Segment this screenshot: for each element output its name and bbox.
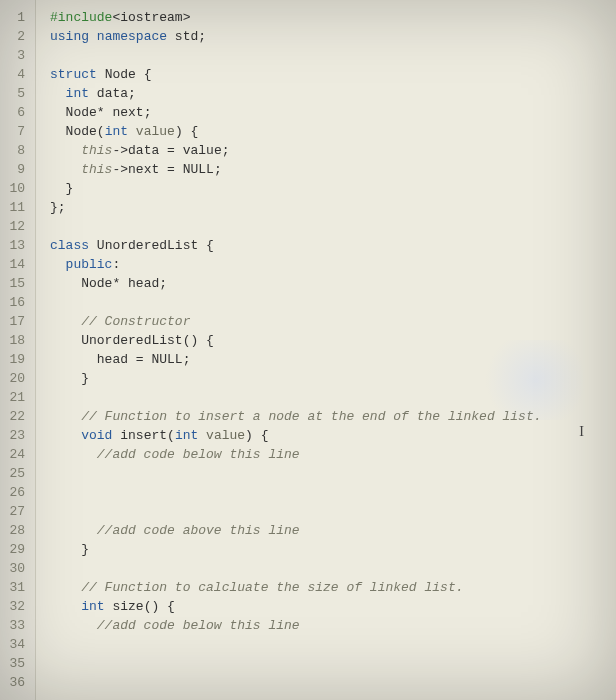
code-token: value xyxy=(183,143,222,158)
code-line[interactable] xyxy=(50,293,616,312)
line-number-gutter: 1234567891011121314151617181920212223242… xyxy=(0,0,36,700)
code-token xyxy=(50,314,81,329)
code-token xyxy=(128,124,136,139)
code-line[interactable]: this->data = value; xyxy=(50,141,616,160)
line-number: 3 xyxy=(8,46,25,65)
code-line[interactable] xyxy=(50,559,616,578)
code-token: namespace xyxy=(97,29,167,44)
code-line[interactable]: }; xyxy=(50,198,616,217)
code-line[interactable]: int size() { xyxy=(50,597,616,616)
code-line[interactable]: Node* next; xyxy=(50,103,616,122)
line-number: 1 xyxy=(8,8,25,27)
code-token: this xyxy=(81,162,112,177)
code-line[interactable]: //add code above this line xyxy=(50,521,616,540)
code-line[interactable] xyxy=(50,483,616,502)
code-line[interactable]: } xyxy=(50,540,616,559)
line-number: 36 xyxy=(8,673,25,692)
code-line[interactable]: } xyxy=(50,179,616,198)
code-token: * xyxy=(97,105,105,120)
text-cursor-icon: I xyxy=(579,424,584,440)
code-line[interactable]: Node(int value) { xyxy=(50,122,616,141)
code-token: next xyxy=(112,105,143,120)
code-token: this xyxy=(81,143,112,158)
code-line[interactable]: //add code below this line xyxy=(50,616,616,635)
code-token: value xyxy=(136,124,175,139)
code-line[interactable]: int data; xyxy=(50,84,616,103)
code-line[interactable] xyxy=(50,388,616,407)
line-number: 12 xyxy=(8,217,25,236)
line-number: 19 xyxy=(8,350,25,369)
code-token: : xyxy=(112,257,120,272)
code-line[interactable]: // Function to insert a node at the end … xyxy=(50,407,616,426)
line-number: 27 xyxy=(8,502,25,521)
code-line[interactable]: this->next = NULL; xyxy=(50,160,616,179)
code-token xyxy=(50,523,97,538)
line-number: 23 xyxy=(8,426,25,445)
line-number: 5 xyxy=(8,84,25,103)
code-line[interactable]: using namespace std; xyxy=(50,27,616,46)
code-token: } xyxy=(81,542,89,557)
code-line[interactable]: //add code below this line xyxy=(50,445,616,464)
line-number: 32 xyxy=(8,597,25,616)
code-line[interactable] xyxy=(50,635,616,654)
code-token xyxy=(183,124,191,139)
line-number: 20 xyxy=(8,369,25,388)
code-token: data xyxy=(97,86,128,101)
code-token: size xyxy=(112,599,143,614)
line-number: 34 xyxy=(8,635,25,654)
line-number: 18 xyxy=(8,331,25,350)
line-number: 13 xyxy=(8,236,25,255)
code-line[interactable]: struct Node { xyxy=(50,65,616,84)
code-token: //add code above this line xyxy=(97,523,300,538)
code-token: //add code below this line xyxy=(97,447,300,462)
line-number: 16 xyxy=(8,293,25,312)
code-token: () xyxy=(144,599,160,614)
code-line[interactable] xyxy=(50,46,616,65)
code-token: ; xyxy=(128,86,136,101)
code-token xyxy=(50,599,81,614)
code-line[interactable] xyxy=(50,502,616,521)
code-token xyxy=(50,105,66,120)
line-number: 24 xyxy=(8,445,25,464)
code-token xyxy=(50,352,97,367)
code-token: void xyxy=(81,428,112,443)
code-token xyxy=(128,352,136,367)
code-token xyxy=(50,143,81,158)
code-line[interactable]: void insert(int value) { xyxy=(50,426,616,445)
code-line[interactable] xyxy=(50,217,616,236)
code-token xyxy=(50,333,81,348)
code-line[interactable] xyxy=(50,673,616,692)
code-line[interactable]: UnorderedList() { xyxy=(50,331,616,350)
code-token: head xyxy=(97,352,128,367)
code-line[interactable]: class UnorderedList { xyxy=(50,236,616,255)
code-token: // Function to calcluate the size of lin… xyxy=(81,580,463,595)
line-number: 15 xyxy=(8,274,25,293)
code-token: { xyxy=(261,428,269,443)
line-number: 4 xyxy=(8,65,25,84)
code-token: Node xyxy=(66,105,97,120)
code-line[interactable]: Node* head; xyxy=(50,274,616,293)
code-line[interactable]: head = NULL; xyxy=(50,350,616,369)
code-line[interactable]: } xyxy=(50,369,616,388)
line-number: 30 xyxy=(8,559,25,578)
code-token: ) xyxy=(245,428,253,443)
code-token xyxy=(159,143,167,158)
code-line[interactable] xyxy=(50,654,616,673)
code-line[interactable] xyxy=(50,464,616,483)
code-token: #include xyxy=(50,10,112,25)
code-token: ; xyxy=(198,29,206,44)
code-area[interactable]: I #include<iostream>using namespace std;… xyxy=(36,0,616,700)
code-line[interactable]: // Constructor xyxy=(50,312,616,331)
line-number: 6 xyxy=(8,103,25,122)
code-line[interactable]: public: xyxy=(50,255,616,274)
code-token: NULL xyxy=(151,352,182,367)
code-token: -> xyxy=(112,162,128,177)
code-token: value xyxy=(206,428,245,443)
code-line[interactable]: #include<iostream> xyxy=(50,8,616,27)
code-token: UnorderedList xyxy=(97,238,198,253)
line-number: 11 xyxy=(8,198,25,217)
code-token: = xyxy=(167,162,175,177)
code-token: = xyxy=(136,352,144,367)
code-line[interactable]: // Function to calcluate the size of lin… xyxy=(50,578,616,597)
code-token xyxy=(136,67,144,82)
